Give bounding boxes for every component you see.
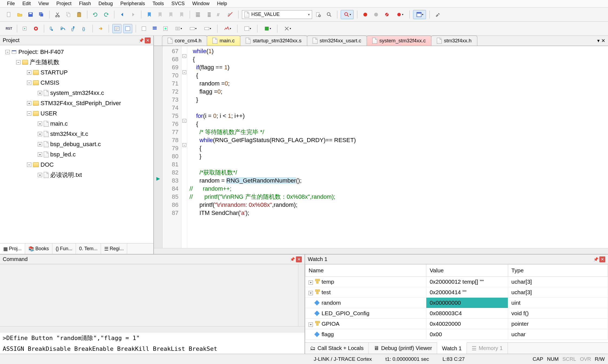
editor-tab[interactable]: core_cm4.h bbox=[162, 36, 207, 46]
incremental-search-icon[interactable] bbox=[325, 10, 334, 19]
breakpoint-kill-icon[interactable]: ▾ bbox=[393, 10, 406, 19]
editor-tab[interactable]: system_stm32f4xx.c bbox=[367, 36, 431, 46]
run-line-icon[interactable] bbox=[96, 24, 105, 33]
step-out-icon[interactable]: {} bbox=[69, 24, 78, 33]
symbols-icon[interactable] bbox=[123, 24, 132, 33]
undo-icon[interactable] bbox=[91, 10, 100, 19]
tree-expander[interactable]: + bbox=[38, 91, 42, 95]
tree-expander[interactable]: − bbox=[5, 50, 10, 54]
breakpoint-gutter[interactable]: ▶ bbox=[154, 46, 163, 248]
tree-expander[interactable]: + bbox=[309, 280, 313, 285]
menu-file[interactable]: File bbox=[3, 0, 19, 7]
menu-tools[interactable]: Tools bbox=[149, 0, 168, 7]
tree-file[interactable]: +必读说明.txt bbox=[0, 170, 153, 180]
coverage-icon[interactable]: ▾ bbox=[261, 24, 274, 33]
paste-icon[interactable] bbox=[75, 10, 84, 19]
tab-debug-viewer[interactable]: 🖥Debug (printf) Viewer bbox=[369, 343, 437, 354]
tab-watch1[interactable]: Watch 1 bbox=[437, 342, 467, 354]
pin-icon[interactable]: 📌 bbox=[138, 37, 144, 43]
tree-file[interactable]: +bsp_debug_usart.c bbox=[0, 139, 153, 149]
watch-col-type[interactable]: Type bbox=[508, 265, 608, 277]
tree-expander[interactable]: + bbox=[38, 173, 42, 177]
tree-expander[interactable]: − bbox=[16, 60, 21, 64]
watch-table[interactable]: Name Value Type +temp0x20000012 temp[] "… bbox=[305, 264, 608, 342]
save-all-icon[interactable] bbox=[37, 10, 46, 19]
project-tab-project[interactable]: ▦Proj... bbox=[0, 243, 25, 254]
tab-list-icon[interactable]: ▾ bbox=[597, 38, 600, 44]
watch-value[interactable]: 0x00000000 bbox=[426, 298, 508, 308]
tree-expander[interactable]: + bbox=[309, 291, 313, 295]
tree-expander[interactable]: + bbox=[27, 70, 31, 75]
menu-debug[interactable]: Debug bbox=[95, 0, 117, 7]
record-gray-icon[interactable] bbox=[371, 10, 381, 19]
debug-session-icon[interactable]: ▾ bbox=[341, 10, 354, 19]
trace-icon[interactable]: ▾ bbox=[221, 24, 234, 33]
watch-value[interactable]: 0x00 bbox=[426, 329, 508, 340]
comment-icon[interactable]: // bbox=[215, 10, 224, 19]
config-icon[interactable] bbox=[433, 10, 442, 19]
tree-expander[interactable]: + bbox=[38, 152, 42, 157]
open-folder-icon[interactable] bbox=[15, 10, 24, 19]
watch-row[interactable]: flagg0x00uchar bbox=[305, 329, 608, 340]
command-output[interactable] bbox=[0, 264, 298, 326]
tree-expander[interactable]: + bbox=[38, 132, 42, 136]
tree-file[interactable]: +main.c bbox=[0, 119, 153, 129]
tree-expander[interactable]: + bbox=[38, 122, 42, 126]
tab-callstack[interactable]: 🗂Call Stack + Locals bbox=[305, 343, 369, 354]
tree-group[interactable]: −USER bbox=[0, 108, 153, 119]
command-scrollbar-h[interactable] bbox=[0, 326, 305, 332]
toolbox-icon[interactable]: ▾ bbox=[281, 24, 294, 33]
bookmark-next-icon[interactable] bbox=[166, 10, 175, 19]
menu-svcs[interactable]: SVCS bbox=[168, 0, 188, 7]
tree-expander[interactable]: − bbox=[27, 163, 31, 167]
tree-group[interactable]: −CMSIS bbox=[0, 78, 153, 88]
watch-row[interactable]: +test0x20000414 ""uchar[3] bbox=[305, 287, 608, 298]
analyzer-icon[interactable]: ▾ bbox=[201, 24, 214, 33]
menu-help[interactable]: Help bbox=[213, 0, 231, 7]
menu-flash[interactable]: Flash bbox=[75, 0, 95, 7]
editor-tab[interactable]: main.c bbox=[207, 36, 240, 46]
uncomment-icon[interactable]: // bbox=[226, 10, 235, 19]
search-combo[interactable]: HSE_VALUE ▾ bbox=[242, 10, 312, 19]
tree-file[interactable]: +bsp_led.c bbox=[0, 149, 153, 160]
step-over-icon[interactable]: {} bbox=[58, 24, 67, 33]
bookmark-prev-icon[interactable] bbox=[156, 10, 165, 19]
tree-group[interactable]: +STARTUP bbox=[0, 67, 153, 78]
redo-icon[interactable] bbox=[102, 10, 111, 19]
bookmark-toggle-icon[interactable] bbox=[145, 10, 154, 19]
callstack-icon[interactable] bbox=[150, 24, 159, 33]
window-layout-icon[interactable]: ▾ bbox=[413, 10, 426, 19]
watch-row[interactable]: +temp0x20000012 temp[] ""uchar[3] bbox=[305, 277, 608, 287]
tree-expander[interactable]: + bbox=[309, 322, 313, 327]
editor-tab[interactable]: stm32f4xx.h bbox=[431, 36, 477, 46]
run-to-cursor-icon[interactable]: {} bbox=[80, 24, 89, 33]
close-icon[interactable]: ✕ bbox=[145, 37, 151, 43]
bookmark-clear-icon[interactable] bbox=[177, 10, 186, 19]
menu-peripherals[interactable]: Peripherals bbox=[117, 0, 149, 7]
command-input[interactable]: >DEfine Button "random清除","flagg = 1" bbox=[0, 332, 305, 344]
stop-icon[interactable] bbox=[31, 24, 40, 33]
nav-back-icon[interactable] bbox=[118, 10, 127, 19]
watch-value[interactable]: 0x40020000 bbox=[426, 319, 508, 329]
menu-project[interactable]: Project bbox=[53, 0, 75, 7]
indent-left-icon[interactable] bbox=[193, 10, 202, 19]
watch-value[interactable]: 0x20000414 "" bbox=[426, 287, 508, 298]
new-doc-icon[interactable] bbox=[4, 10, 13, 19]
indent-right-icon[interactable] bbox=[204, 10, 213, 19]
menu-edit[interactable]: Edit bbox=[19, 0, 35, 7]
fold-gutter[interactable]: ---- bbox=[181, 46, 187, 248]
tree-expander[interactable]: + bbox=[38, 142, 42, 146]
editor-body[interactable]: ▶ 67686970717273747576777879808182838485… bbox=[154, 46, 608, 248]
chevron-down-icon[interactable]: ▾ bbox=[308, 13, 310, 16]
nav-forward-icon[interactable] bbox=[129, 10, 138, 19]
editor-tab[interactable]: startup_stm32f40xx.s bbox=[240, 36, 307, 46]
disassembly-icon[interactable] bbox=[112, 24, 121, 33]
watch-value[interactable]: 0x20000012 temp[] "" bbox=[426, 277, 508, 287]
close-icon[interactable]: ✕ bbox=[296, 256, 302, 262]
serial-icon[interactable]: ▾ bbox=[186, 24, 199, 33]
command-scrollbar[interactable] bbox=[298, 264, 305, 326]
watch-value[interactable]: 0x080003C4 bbox=[426, 308, 508, 319]
pin-icon[interactable]: 📌 bbox=[289, 256, 295, 262]
menu-view[interactable]: View bbox=[35, 0, 53, 7]
tree-expander[interactable]: − bbox=[27, 81, 31, 85]
